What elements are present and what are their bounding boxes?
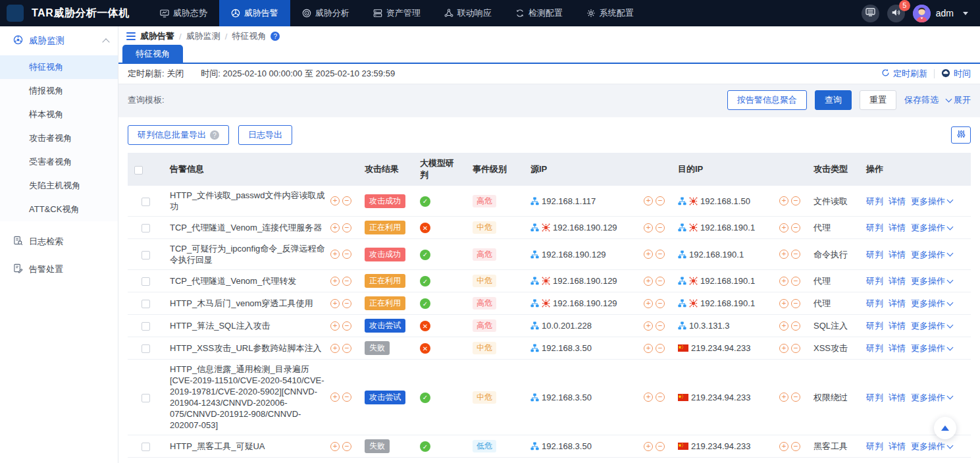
detail-link[interactable]: 详情 <box>889 298 906 309</box>
expand-filter-plus-icon[interactable]: + <box>330 196 340 205</box>
menu-toggle-icon[interactable] <box>126 32 136 40</box>
nav-item-威胁态势[interactable]: 威胁态势 <box>148 0 219 26</box>
expand-filter-plus-icon[interactable]: + <box>330 250 340 259</box>
row-checkbox[interactable] <box>142 322 150 331</box>
exclude-filter-minus-icon[interactable]: − <box>656 250 665 259</box>
nav-item-威胁分析[interactable]: 威胁分析 <box>290 0 361 26</box>
search-button[interactable]: 查询 <box>815 90 852 110</box>
timed-refresh-link[interactable]: 定时刷新 <box>881 68 927 80</box>
expand-filter-plus-icon[interactable]: + <box>330 277 340 286</box>
row-checkbox[interactable] <box>142 251 150 259</box>
exclude-filter-minus-icon[interactable]: − <box>791 299 800 308</box>
aggregate-by-alert-button[interactable]: 按告警信息聚合 <box>727 90 807 110</box>
exclude-filter-minus-icon[interactable]: − <box>342 344 351 353</box>
exclude-filter-minus-icon[interactable]: − <box>656 277 665 286</box>
expand-filter-plus-icon[interactable]: + <box>779 277 788 286</box>
help-icon[interactable]: ? <box>210 130 219 140</box>
expand-filter-plus-icon[interactable]: + <box>644 196 653 205</box>
breadcrumb-leaf[interactable]: 特征视角 <box>232 30 266 42</box>
expand-filter-plus-icon[interactable]: + <box>644 393 653 402</box>
judge-link[interactable]: 研判 <box>866 320 883 331</box>
row-checkbox[interactable] <box>142 394 150 402</box>
detail-link[interactable]: 详情 <box>889 222 906 233</box>
sidebar-item-攻击者视角[interactable]: 攻击者视角 <box>0 126 118 150</box>
exclude-filter-minus-icon[interactable]: − <box>791 393 800 402</box>
src-ip-value[interactable]: 10.0.201.228 <box>542 320 641 331</box>
detail-link[interactable]: 详情 <box>889 320 906 331</box>
expand-filter-plus-icon[interactable]: + <box>779 250 788 259</box>
dst-ip-value[interactable]: 219.234.94.233 <box>691 441 777 452</box>
more-actions-link[interactable]: 更多操作 <box>911 320 952 331</box>
exclude-filter-minus-icon[interactable]: − <box>342 250 351 259</box>
exclude-filter-minus-icon[interactable]: − <box>656 321 665 331</box>
expand-filter-plus-icon[interactable]: + <box>644 250 653 259</box>
row-checkbox[interactable] <box>142 198 150 206</box>
expand-filter-plus-icon[interactable]: + <box>644 344 653 353</box>
expand-filter-plus-icon[interactable]: + <box>644 299 653 308</box>
exclude-filter-minus-icon[interactable]: − <box>656 223 665 232</box>
nav-item-系统配置[interactable]: 系统配置 <box>575 0 646 26</box>
judge-link[interactable]: 研判 <box>866 222 883 233</box>
exclude-filter-minus-icon[interactable]: − <box>342 321 351 331</box>
expand-filter-plus-icon[interactable]: + <box>644 321 653 331</box>
expand-filter-plus-icon[interactable]: + <box>330 442 340 451</box>
more-actions-link[interactable]: 更多操作 <box>911 222 952 233</box>
sidebar-item-情报视角[interactable]: 情报视角 <box>0 79 118 103</box>
breadcrumb-mid[interactable]: 威胁监测 <box>186 30 220 42</box>
nav-item-资产管理[interactable]: 资产管理 <box>361 0 432 26</box>
alert-title[interactable]: HTTP_木马后门_venom穿透工具使用 <box>170 298 328 309</box>
exclude-filter-minus-icon[interactable]: − <box>342 196 351 205</box>
sidebar-item-样本视角[interactable]: 样本视角 <box>0 103 118 126</box>
alert-title[interactable]: HTTP_信息泄露_通用检测_目录遍历[CVE-2019-11510/CVE-2… <box>170 364 328 431</box>
expand-filter-plus-icon[interactable]: + <box>779 196 788 205</box>
alert-title[interactable]: HTTP_XSS攻击_URL参数跨站脚本注入 <box>170 342 328 354</box>
expand-filter-plus-icon[interactable]: + <box>644 223 653 232</box>
judge-link[interactable]: 研判 <box>866 196 883 207</box>
alert-title[interactable]: HTTP_算法_SQL注入攻击 <box>170 320 328 331</box>
src-ip-value[interactable]: 192.168.3.50 <box>542 342 641 354</box>
nav-item-检测配置[interactable]: 检测配置 <box>503 0 575 26</box>
src-ip-value[interactable]: 192.168.190.129 <box>553 275 641 286</box>
expand-filter-plus-icon[interactable]: + <box>330 321 340 331</box>
exclude-filter-minus-icon[interactable]: − <box>791 442 800 451</box>
detail-link[interactable]: 详情 <box>889 342 906 354</box>
exclude-filter-minus-icon[interactable]: − <box>342 393 351 402</box>
expand-filter-plus-icon[interactable]: + <box>330 299 340 308</box>
save-filter-link[interactable]: 保存筛选 <box>904 94 939 106</box>
more-actions-link[interactable]: 更多操作 <box>911 392 952 403</box>
src-ip-value[interactable]: 192.168.1.117 <box>542 196 641 207</box>
alert-title[interactable]: TCP_可疑行为_ipconfig命令_反弹远程命令执行回显 <box>170 243 328 265</box>
exclude-filter-minus-icon[interactable]: − <box>656 299 665 308</box>
expand-filter-plus-icon[interactable]: + <box>779 442 788 451</box>
dst-ip-value[interactable]: 192.168.190.1 <box>689 249 777 260</box>
judge-link[interactable]: 研判 <box>866 441 883 452</box>
exclude-filter-minus-icon[interactable]: − <box>791 223 800 232</box>
export-logs-button[interactable]: 日志导出 <box>238 125 292 145</box>
exclude-filter-minus-icon[interactable]: − <box>342 223 351 232</box>
expand-filter-plus-icon[interactable]: + <box>779 299 788 308</box>
sidebar-item-特征视角[interactable]: 特征视角 <box>0 55 118 79</box>
exclude-filter-minus-icon[interactable]: − <box>342 277 351 286</box>
detail-link[interactable]: 详情 <box>889 392 906 403</box>
judge-link[interactable]: 研判 <box>866 342 883 354</box>
detail-link[interactable]: 详情 <box>889 275 906 286</box>
judge-link[interactable]: 研判 <box>866 275 883 286</box>
expand-filter-plus-icon[interactable]: + <box>330 223 340 232</box>
alert-title[interactable]: TCP_代理隧道_Venom_连接代理服务器 <box>170 222 328 233</box>
detail-link[interactable]: 详情 <box>889 196 906 207</box>
row-checkbox[interactable] <box>142 224 150 232</box>
expand-filter-plus-icon[interactable]: + <box>644 442 653 451</box>
user-menu-caret-icon[interactable] <box>963 12 968 15</box>
detail-link[interactable]: 详情 <box>889 249 906 260</box>
alert-title[interactable]: HTTP_黑客工具_可疑UA <box>170 441 328 452</box>
sidebar-item-受害者视角[interactable]: 受害者视角 <box>0 150 118 174</box>
tab-feature-view[interactable]: 特征视角 <box>122 45 183 63</box>
expand-filter-plus-icon[interactable]: + <box>330 393 340 402</box>
sidebar-item-ATT&CK视角[interactable]: ATT&CK视角 <box>0 198 118 221</box>
more-actions-link[interactable]: 更多操作 <box>911 249 952 260</box>
dst-ip-value[interactable]: 192.168.190.1 <box>700 298 777 309</box>
src-ip-value[interactable]: 192.168.190.129 <box>553 298 641 309</box>
row-checkbox[interactable] <box>142 443 150 451</box>
exclude-filter-minus-icon[interactable]: − <box>656 442 665 451</box>
nav-item-威胁告警[interactable]: 威胁告警 <box>219 0 290 26</box>
